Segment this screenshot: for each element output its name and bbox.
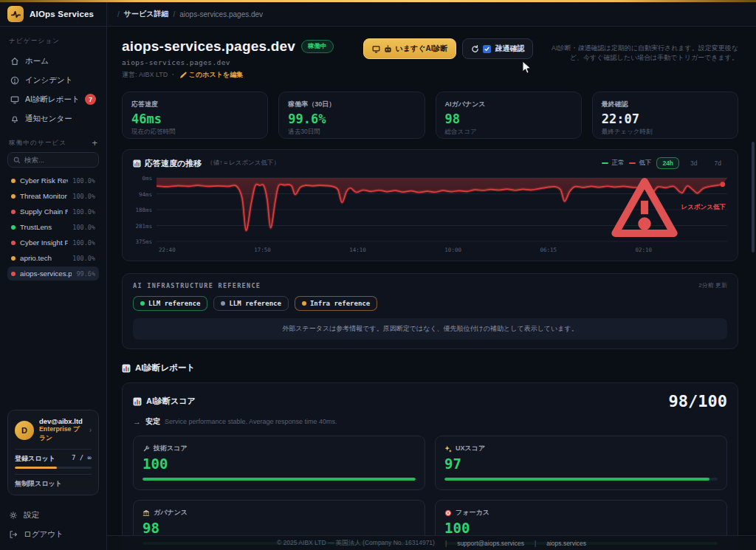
sparkles-icon [444,445,452,453]
operator-label: 運営: AIBX LTD ・ [122,70,176,80]
auto-run-helper-text: AI診断・疎通確認は定期的に自動実行されます。設定変更後など、今すぐ確認したい場… [543,38,738,62]
breadcrumb-sep: / [173,10,175,18]
service-list-item[interactable]: Threat Monitor 100.0% [7,189,99,203]
sidebar-item-notifications[interactable]: 通知センター [7,109,99,128]
connectivity-check-button[interactable]: 疎通確認 [462,38,533,59]
slots-label: 登録スロット [15,454,55,464]
service-name: TrustLens [20,223,68,231]
sidebar-item-home[interactable]: ホーム [7,52,99,71]
service-list-item[interactable]: Cyber Insight Portal 100.0% [7,236,99,250]
footer-site-link[interactable]: aiops.services [546,540,586,547]
user-card[interactable]: D dev@aibx.ltd Enterprise プラン › 登録スロット 7… [7,410,99,495]
footer-copyright: © 2025 AIBX LTD — 英国法人 (Company No. 1631… [277,539,435,548]
infra-badge-llm-1[interactable]: LLM reference [133,296,207,311]
topbar: AIOps Services / サービス詳細 / aiops-services… [0,2,756,27]
run-ai-diagnosis-button[interactable]: いますぐAI診断 [363,38,457,59]
nav-item-label: ホーム [25,56,49,66]
status-dot [11,256,16,261]
bar-chart-icon [133,397,142,406]
check-icon [483,45,491,53]
add-service-button[interactable]: + [92,140,97,147]
infra-badge-llm-2[interactable]: LLM reference [213,296,288,311]
host-subtitle: aiops-services.pages.dev [122,58,334,66]
status-dot [302,301,306,306]
nav-item-label: AI診断レポート [25,94,80,105]
breadcrumb-section[interactable]: サービス詳細 [124,9,169,19]
logout-label: ログアウト [24,529,63,540]
search-icon [13,157,21,164]
footer-support-email[interactable]: support@aiops.services [457,540,524,547]
page-title: aiops-services.pages.dev [122,38,295,55]
infra-heading: AI INFRASTRUCTURE REFERENCE [133,282,261,289]
slots-value: 7 / ∞ [72,454,92,464]
service-search[interactable] [7,152,99,168]
chevron-right-icon: › [89,426,92,434]
monitor-icon [372,45,380,53]
scrollbar-thumb[interactable] [752,142,755,252]
app-root: AIOps Services / サービス詳細 / aiops-services… [0,0,756,550]
services-heading: 稼働中のサービス [9,139,66,148]
infra-reference-card: AI INFRASTRUCTURE REFERENCE 2分前 更新 LLM r… [122,273,738,349]
sidebar-item-settings[interactable]: 設定 [7,506,99,525]
slots-progress-fill [15,467,57,469]
service-uptime: 100.0% [72,208,95,216]
main-content: aiops-services.pages.dev 稼働中 aiops-servi… [107,27,756,550]
range-3d-button[interactable]: 3d [684,157,703,169]
status-dot [11,225,16,230]
metric-card-ux: UXスコア 97 [435,436,727,490]
service-name: Cyber Risk Review [20,176,68,185]
sidebar-item-ai-report[interactable]: AI診断レポート 7 [7,90,99,109]
legend-normal: 正常 [602,159,624,168]
sidebar-item-incidents[interactable]: インシデント [7,71,99,90]
footer: © 2025 AIBX LTD — 英国法人 (Company No. 1631… [107,535,756,550]
infra-updated: 2分前 更新 [698,281,727,289]
service-list-item[interactable]: Cyber Risk Review 100.0% [7,173,99,188]
chart-title: 応答速度の推移 [145,158,202,169]
service-name: aiops-services.page… [20,269,72,278]
slots-note: 無制限スロット [15,474,92,495]
service-list-item[interactable]: aprio.tech 100.0% [7,251,99,265]
infra-badge-infra[interactable]: Infra reference [295,296,377,311]
robot-icon [384,45,392,53]
breadcrumb-host[interactable]: aiops-services.pages.dev [179,10,263,18]
nav-item-label: 通知センター [25,114,72,124]
ai-score-card: AI診断スコア 98/100 → 安定 Service performance … [122,382,738,550]
slots-progress [15,467,92,469]
infra-note: 外部ステータスは参考情報です。原因断定ではなく、優先順位付けの補助として表示して… [133,318,727,340]
logout-icon [9,530,18,539]
service-name: Cyber Insight Portal [20,238,68,247]
service-list-item[interactable]: Supply Chain Report 100.0% [7,204,99,219]
legend-swatch-normal [602,162,608,165]
status-dot [140,301,145,306]
trend-label: 安定 [145,416,160,427]
chart-x-axis: 22:4017:5014:1010:0006:1502:10 [157,244,727,255]
legend-degraded: 低下 [629,159,651,168]
status-badge: 稼働中 [301,40,334,53]
building-icon [142,509,150,517]
score-heading: AI診断スコア [146,396,196,407]
range-7d-button[interactable]: 7d [709,157,727,169]
app-logo[interactable]: AIOps Services [0,2,107,26]
service-list-item-selected[interactable]: aiops-services.page… 99.6% [7,267,99,281]
stats-row: 応答速度 46ms 現在の応答時間 稼働率（30日） 99.6% 過去30日間 … [122,92,738,139]
trend-text: Service performance stable. Average resp… [165,418,337,425]
bell-icon [10,114,19,123]
stat-card-last-check: 最終確認 22:07 最終チェック時刻 [592,92,738,139]
sidebar-item-logout[interactable]: ログアウト [7,525,99,544]
chart-y-axis: 0ms94ms188ms281ms375ms [133,176,157,244]
app-title: AIOps Services [30,10,94,18]
range-24h-button[interactable]: 24h [656,157,679,169]
bar-chart-icon [122,364,131,373]
service-name: Threat Monitor [20,192,68,200]
stat-card-uptime: 稼働率（30日） 99.6% 過去30日間 [278,92,425,139]
service-uptime: 100.0% [72,193,95,200]
warning-triangle-icon [611,173,678,241]
service-list-item[interactable]: TrustLens 100.0% [7,220,99,234]
legend-swatch-degraded [629,162,636,165]
edit-host-link[interactable]: このホストを編集 [180,70,243,80]
target-icon [444,509,452,517]
avatar: D [15,421,34,440]
search-input[interactable] [24,156,91,164]
metric-card-tech: 技術スコア 100 [133,436,425,490]
home-icon [10,57,19,66]
